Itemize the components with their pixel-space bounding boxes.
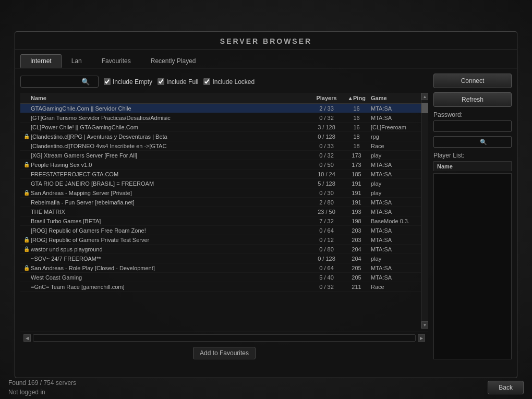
table-row[interactable]: 🔒 San Andreas - Role Play [Closed - Deve… (20, 263, 421, 273)
row-players: 0 / 50 (311, 162, 342, 168)
row-game: MTA:SA (371, 209, 418, 215)
scroll-left-button[interactable]: ◀ (23, 334, 31, 342)
scroll-down-button[interactable]: ▼ (421, 321, 428, 329)
tab-lan[interactable]: Lan (62, 54, 92, 68)
back-button[interactable]: Back (488, 381, 524, 394)
table-row[interactable]: West Coast Gaming 5 / 40 205 MTA:SA (20, 273, 421, 282)
row-ping: 16 (342, 115, 371, 121)
row-players: 0 / 32 (311, 115, 342, 121)
table-row[interactable]: THE MATRIX 23 / 50 193 MTA:SA (20, 207, 421, 216)
player-search-box[interactable]: 🔍 (433, 136, 512, 148)
tab-recently-played[interactable]: Recently Played (141, 54, 206, 68)
include-locked-label: Include Locked (212, 78, 255, 86)
players-column-header[interactable]: Players (311, 95, 342, 101)
scroll-track[interactable] (421, 100, 428, 321)
row-game: Race (371, 143, 418, 149)
lock-icon: 🔒 (23, 162, 31, 167)
row-game: MTA:SA (371, 171, 418, 177)
refresh-button[interactable]: Refresh (433, 92, 512, 107)
connect-button[interactable]: Connect (433, 74, 512, 88)
player-list-section: Player List: Name (433, 152, 512, 359)
table-row[interactable]: GTA RIO DE JANEIRO [BRASIL] = FREEROAM 5… (20, 179, 421, 188)
tab-favourites[interactable]: Favourites (92, 54, 141, 68)
table-row[interactable]: [Clandestino.cl]TORNEO 4vs4 Inscribete e… (20, 141, 421, 151)
include-full-checkbox[interactable] (158, 78, 164, 85)
row-server-name: wastor und spus playground (31, 246, 311, 252)
filter-bar: 🔍 Include Empty Include Full Include Loc… (20, 74, 428, 90)
row-ping: 191 (342, 199, 371, 205)
row-players: 2 / 33 (311, 105, 342, 112)
row-ping: 203 (342, 227, 371, 234)
game-column-header[interactable]: Game (371, 95, 418, 101)
password-input[interactable] (433, 120, 512, 132)
table-row[interactable]: [GT]Gran Turismo Servidor Practicas/Desa… (20, 113, 421, 123)
table-row[interactable]: Brasil Turbo Games [BETA] 7 / 32 198 Bas… (20, 216, 421, 226)
table-body[interactable]: GTAGamingChile.Com || Servidor Chile 2 /… (20, 104, 421, 329)
table-row[interactable]: 🔒 wastor und spus playground 0 / 80 204 … (20, 245, 421, 254)
status-bar: Found 169 / 754 servers Not logged in Ba… (0, 376, 532, 399)
table-row[interactable]: Rebelmafia - Fun Server [rebelmafia.net]… (20, 198, 421, 207)
table-row[interactable]: 🔒 [Clandestino.cl]RPG | Aventuras y Desv… (20, 132, 421, 141)
row-ping: 193 (342, 209, 371, 215)
row-ping: 191 (342, 180, 371, 187)
ping-column-header[interactable]: ▲Ping (342, 95, 371, 101)
player-search-container: 🔍 (433, 136, 512, 148)
table-row[interactable]: 🔒 [ROG] Republic of Gamers Private Test … (20, 235, 421, 245)
search-input[interactable] (24, 78, 81, 86)
tab-bar: Internet Lan Favourites Recently Played (15, 50, 517, 68)
row-server-name: [Clandestino.cl]TORNEO 4vs4 Inscribete e… (31, 143, 311, 149)
row-players: 7 / 32 (311, 218, 342, 224)
window-title: SERVER BROWSER (15, 32, 517, 50)
search-box[interactable]: 🔍 (20, 76, 99, 88)
row-players: 0 / 32 (311, 284, 342, 290)
row-game: MTA:SA (371, 265, 418, 271)
horizontal-scrollbar[interactable] (33, 334, 416, 342)
left-panel: 🔍 Include Empty Include Full Include Loc… (20, 74, 428, 359)
row-players: 0 / 30 (311, 190, 342, 196)
include-full-label: Include Full (166, 78, 198, 86)
row-players: 5 / 128 (311, 180, 342, 187)
tab-internet[interactable]: Internet (20, 54, 62, 68)
table-row[interactable]: GTAGamingChile.Com || Servidor Chile 2 /… (20, 104, 421, 113)
row-ping: 191 (342, 190, 371, 196)
table-row[interactable]: [ROG] Republic of Gamers Free Roam Zone!… (20, 226, 421, 235)
row-game: BaseMode 0.3. (371, 218, 418, 224)
row-server-name: Brasil Turbo Games [BETA] (31, 218, 311, 224)
lock-col-header (23, 95, 31, 101)
scroll-right-button[interactable]: ▶ (418, 334, 425, 342)
table-row[interactable]: [XG] Xtream Gamers Server [Free For All]… (20, 151, 421, 160)
table-row[interactable]: =GnC= Team Race [gamenchill.com] 0 / 32 … (20, 282, 421, 292)
search-icon: 🔍 (81, 78, 90, 86)
include-full-filter[interactable]: Include Full (158, 78, 198, 86)
include-locked-checkbox[interactable] (203, 78, 210, 85)
include-locked-filter[interactable]: Include Locked (203, 78, 255, 86)
scroll-thumb[interactable] (421, 103, 428, 113)
content-area: 🔍 Include Empty Include Full Include Loc… (15, 68, 517, 365)
table-row[interactable]: 🔒 People Having Sex v1.0 0 / 50 173 MTA:… (20, 160, 421, 170)
add-to-favourites-button[interactable]: Add to Favourites (193, 347, 256, 359)
server-table-container: Name Players ▲Ping Game GTAGamingChile.C… (20, 93, 428, 329)
name-column-header[interactable]: Name (31, 95, 311, 101)
row-players: 0 / 80 (311, 246, 342, 252)
row-server-name: =GnC= Team Race [gamenchill.com] (31, 284, 311, 290)
add-fav-container: Add to Favourites (20, 347, 428, 359)
server-count: Found 169 / 754 servers (8, 379, 76, 386)
row-players: 23 / 50 (311, 209, 342, 215)
password-section: Password: (433, 111, 512, 132)
include-empty-checkbox[interactable] (104, 78, 111, 85)
lock-icon: 🔒 (23, 134, 31, 139)
vertical-scrollbar[interactable]: ▲ ▼ (421, 93, 428, 329)
password-label: Password: (433, 111, 512, 118)
player-search-input[interactable] (436, 138, 478, 146)
row-game: MTA:SA (371, 227, 418, 234)
row-ping: 173 (342, 162, 371, 168)
right-panel: Connect Refresh Password: 🔍 Player List:… (433, 74, 512, 359)
include-empty-filter[interactable]: Include Empty (104, 78, 152, 86)
scroll-up-button[interactable]: ▲ (421, 93, 428, 100)
player-list-header: Name (433, 161, 512, 171)
table-row[interactable]: [CL]Power Chile! || GTAGamingChile.Com 3… (20, 123, 421, 132)
table-row[interactable]: ~SOV~ 24/7 FREEROAM** 0 / 128 204 play (20, 254, 421, 263)
table-row[interactable]: 🔒 San Andreas - Mapping Server [Private]… (20, 188, 421, 198)
table-row[interactable]: FREESTATEPROJECT-GTA.COM 10 / 24 185 MTA… (20, 170, 421, 179)
row-game: MTA:SA (371, 115, 418, 121)
